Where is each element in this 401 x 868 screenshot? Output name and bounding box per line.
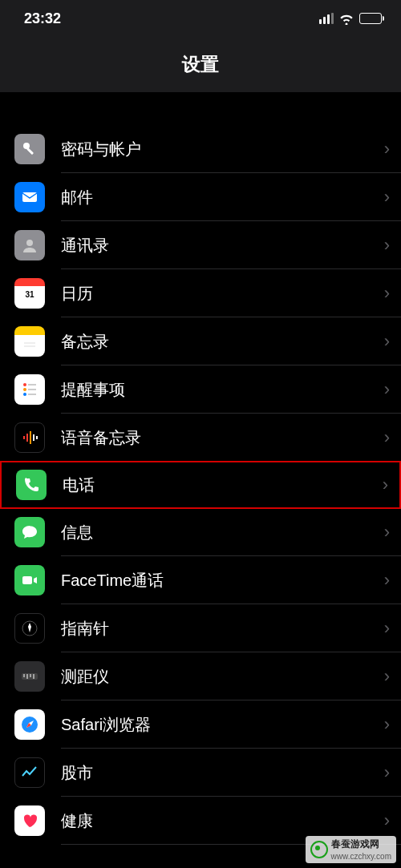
battery-icon [359, 13, 382, 24]
notes-icon [14, 326, 45, 357]
svg-rect-1 [26, 147, 34, 155]
chevron-right-icon: › [384, 379, 390, 400]
chevron-right-icon: › [384, 187, 390, 208]
chevron-right-icon: › [384, 714, 390, 735]
svg-point-7 [23, 383, 26, 386]
chevron-right-icon: › [384, 235, 390, 256]
row-label: 备忘录 [45, 331, 384, 353]
svg-text:31: 31 [25, 290, 34, 299]
status-icons [319, 12, 382, 25]
chevron-right-icon: › [384, 570, 390, 591]
row-compass[interactable]: 指南针 › [0, 604, 401, 652]
chevron-right-icon: › [384, 283, 390, 304]
row-label: 测距仪 [45, 666, 384, 688]
row-mail[interactable]: 邮件 › [0, 173, 401, 221]
row-notes[interactable]: 备忘录 › [0, 317, 401, 365]
row-messages[interactable]: 信息 › [0, 508, 401, 556]
row-safari[interactable]: Safari浏览器 › [0, 700, 401, 749]
phone-icon [16, 470, 47, 500]
svg-rect-13 [23, 436, 25, 439]
status-bar: 23:32 [0, 0, 401, 37]
chevron-right-icon: › [384, 762, 390, 783]
row-calendar[interactable]: 31 日历 › [0, 269, 401, 317]
row-label: 健康 [45, 810, 384, 832]
settings-list: 密码与帐户 › 邮件 › 通讯录 › 31 日历 › 备忘录 › [0, 93, 401, 845]
svg-rect-14 [26, 434, 28, 442]
facetime-icon [14, 565, 45, 595]
row-label: 提醒事项 [45, 379, 384, 401]
row-label: FaceTime通话 [45, 570, 384, 591]
status-time: 23:32 [24, 10, 61, 27]
cellular-signal-icon [319, 13, 334, 24]
chevron-right-icon: › [384, 810, 390, 831]
svg-point-3 [26, 240, 33, 246]
row-phone[interactable]: 电话 › [0, 461, 401, 509]
svg-rect-18 [22, 576, 32, 584]
page-title: 设置 [0, 37, 401, 93]
row-label: 指南针 [45, 618, 384, 640]
svg-rect-15 [30, 431, 31, 444]
mail-icon [14, 182, 45, 212]
row-label: 邮件 [45, 187, 384, 208]
reminders-icon [14, 374, 45, 405]
svg-rect-16 [33, 434, 34, 441]
watermark-logo-icon [310, 841, 328, 858]
section-gap [0, 93, 401, 125]
row-stocks[interactable]: 股市 › [0, 749, 401, 797]
chevron-right-icon: › [384, 522, 390, 543]
measure-icon [14, 661, 45, 692]
messages-icon [14, 517, 45, 547]
row-measure[interactable]: 测距仪 › [0, 652, 401, 700]
contacts-icon [14, 230, 45, 260]
row-voice-memos[interactable]: 语音备忘录 › [0, 414, 401, 462]
row-label: 语音备忘录 [45, 427, 384, 449]
chevron-right-icon: › [384, 331, 390, 352]
stocks-icon [14, 757, 45, 788]
row-reminders[interactable]: 提醒事项 › [0, 365, 401, 414]
svg-point-9 [23, 393, 26, 396]
row-label: 电话 [47, 474, 383, 496]
row-label: 股市 [45, 762, 384, 784]
chevron-right-icon: › [384, 666, 390, 687]
chevron-right-icon: › [384, 139, 390, 159]
watermark-name: 春蚕游戏网 [331, 839, 379, 850]
watermark: 春蚕游戏网 www.czchxy.com [306, 836, 396, 863]
compass-icon [14, 613, 45, 644]
row-label: 通讯录 [45, 235, 384, 256]
calendar-icon: 31 [14, 278, 45, 309]
watermark-url: www.czchxy.com [331, 852, 391, 861]
svg-rect-2 [22, 192, 37, 202]
row-passwords[interactable]: 密码与帐户 › [0, 125, 401, 173]
chevron-right-icon: › [384, 618, 390, 639]
chevron-right-icon: › [383, 474, 388, 495]
row-label: 信息 [45, 522, 384, 543]
row-contacts[interactable]: 通讯录 › [0, 221, 401, 269]
chevron-right-icon: › [384, 427, 390, 448]
svg-rect-17 [36, 436, 38, 439]
row-label: Safari浏览器 [45, 714, 384, 736]
key-icon [14, 134, 45, 164]
row-facetime[interactable]: FaceTime通话 › [0, 556, 401, 604]
safari-icon [14, 709, 45, 740]
row-label: 密码与帐户 [45, 139, 384, 160]
voice-memos-icon [14, 422, 45, 453]
wifi-icon [338, 12, 354, 25]
row-label: 日历 [45, 283, 384, 305]
svg-point-8 [23, 388, 26, 391]
health-icon [14, 805, 45, 836]
